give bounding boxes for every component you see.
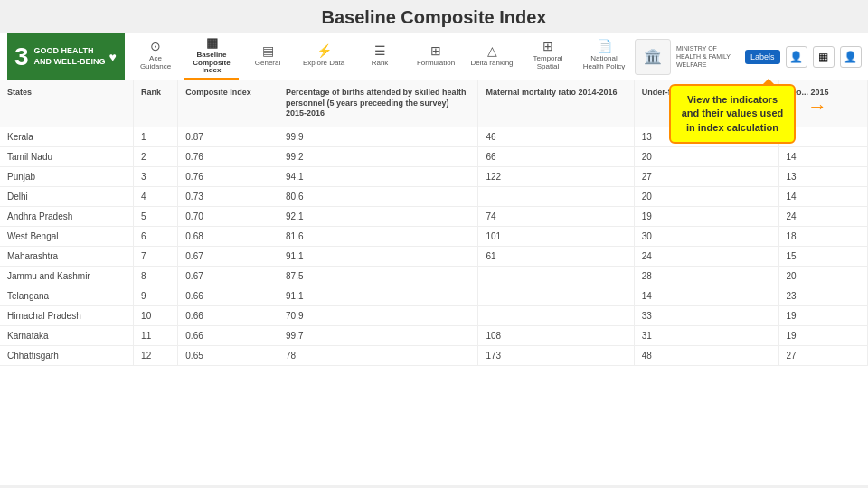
cell-mmr (478, 187, 634, 207)
nav-item-baseline[interactable]: ▦ Baseline Composite Index (184, 33, 239, 80)
cell-rank: 2 (134, 147, 178, 167)
nav-item-rank[interactable]: ☰ Rank (353, 33, 407, 80)
cell-state: Delhi (0, 187, 134, 207)
cell-rank: 7 (134, 247, 178, 267)
cell-pct: 81.6 (278, 227, 478, 247)
cell-neo: 14 (778, 187, 867, 207)
cell-neo: 23 (778, 286, 867, 306)
nav-item-ace[interactable]: ⊙ Ace Guidance (128, 33, 183, 80)
col-header-pct: Percentage of births attended by skilled… (278, 80, 478, 127)
cell-mmr: 173 (478, 346, 634, 366)
table-row: Karnataka 11 0.66 99.7 108 31 19 (0, 326, 868, 346)
nav-item-temporal[interactable]: ⊞ Temporal Spatial (521, 33, 575, 80)
cell-u5mr: 48 (634, 346, 778, 366)
main-container: 3 GOOD HEALTHAND WELL-BEING ♥ ⊙ Ace Guid… (0, 33, 868, 485)
col-header-index: Composite Index (178, 80, 278, 127)
cell-pct: 91.1 (278, 286, 478, 306)
col-header-mmr: Maternal mortality ratio 2014-2016 (478, 80, 634, 127)
person-icon-btn[interactable]: 👤 (840, 46, 862, 68)
nav-label-general: General (255, 60, 280, 68)
cell-mmr (478, 286, 634, 306)
table-row: Maharashtra 7 0.67 91.1 61 24 15 (0, 247, 868, 267)
cell-index: 0.76 (178, 167, 278, 187)
nav-item-general[interactable]: ▤ General (241, 33, 295, 80)
cell-u5mr: 14 (634, 286, 778, 306)
grid-icon-btn[interactable]: ▦ (813, 46, 835, 68)
cell-pct: 99.9 (278, 127, 478, 147)
cell-pct: 91.1 (278, 247, 478, 267)
ministry-logo: 🏛️ (635, 39, 671, 75)
formulation-icon: ⊞ (430, 43, 441, 58)
nav-label-temporal: Temporal Spatial (526, 55, 570, 71)
nav-label-formulation: Formulation (417, 60, 455, 68)
nav-item-policy[interactable]: 📄 National Health Policy (577, 33, 631, 80)
cell-neo: 19 (778, 326, 867, 346)
cell-index: 0.87 (178, 127, 278, 147)
labels-button[interactable]: Labels (745, 50, 780, 64)
ministry-text: MINISTRY OF HEALTH & FAMILY WELFARE (676, 44, 740, 69)
cell-index: 0.66 (178, 306, 278, 326)
cell-u5mr: 28 (634, 267, 778, 286)
cell-index: 0.65 (178, 346, 278, 366)
nav-item-explore[interactable]: ⚡ Explore Data (297, 33, 351, 80)
cell-state: Himachal Pradesh (0, 306, 134, 326)
tooltip-bubble: View the indicators and their values use… (669, 84, 796, 144)
cell-state: Andhra Pradesh (0, 207, 134, 227)
cell-pct: 80.6 (278, 187, 478, 207)
cell-neo: 14 (778, 147, 867, 167)
cell-index: 0.67 (178, 267, 278, 286)
cell-pct: 94.1 (278, 167, 478, 187)
cell-neo: 18 (778, 227, 867, 247)
cell-u5mr: 31 (634, 326, 778, 346)
cell-mmr (478, 306, 634, 326)
cell-rank: 11 (134, 326, 178, 346)
cell-rank: 4 (134, 187, 178, 207)
rank-icon: ☰ (374, 43, 386, 58)
ace-icon: ⊙ (150, 39, 161, 53)
cell-state: Karnataka (0, 326, 134, 346)
cell-index: 0.66 (178, 286, 278, 306)
cell-state: West Bengal (0, 227, 134, 247)
cell-pct: 87.5 (278, 267, 478, 286)
cell-pct: 92.1 (278, 207, 478, 227)
policy-icon: 📄 (597, 39, 612, 53)
cell-mmr: 46 (478, 127, 634, 147)
cell-mmr: 101 (478, 227, 634, 247)
cell-index: 0.68 (178, 227, 278, 247)
nav-item-delta[interactable]: △ Delta ranking (465, 33, 519, 80)
logo-number: 3 (14, 42, 29, 71)
cell-u5mr: 20 (634, 187, 778, 207)
cell-u5mr: 33 (634, 306, 778, 326)
general-icon: ▤ (262, 43, 274, 58)
cell-u5mr: 27 (634, 167, 778, 187)
table-row: Tamil Nadu 2 0.76 99.2 66 20 14 (0, 147, 868, 167)
page-title: Baseline Composite Index (0, 0, 868, 33)
cell-index: 0.67 (178, 247, 278, 267)
cell-pct: 70.9 (278, 306, 478, 326)
cell-index: 0.66 (178, 326, 278, 346)
table-row: Jammu and Kashmir 8 0.67 87.5 28 20 (0, 267, 868, 286)
baseline-icon: ▦ (206, 35, 218, 50)
cell-state: Maharashtra (0, 247, 134, 267)
nav-label-delta: Delta ranking (470, 60, 513, 68)
table-row: Andhra Pradesh 5 0.70 92.1 74 19 24 (0, 207, 868, 227)
cell-rank: 8 (134, 267, 178, 286)
cell-rank: 3 (134, 167, 178, 187)
nav-label-rank: Rank (372, 60, 389, 68)
nav-item-formulation[interactable]: ⊞ Formulation (409, 33, 463, 80)
cell-state: Telangana (0, 286, 134, 306)
top-bar: 3 GOOD HEALTHAND WELL-BEING ♥ ⊙ Ace Guid… (0, 33, 868, 80)
cell-u5mr: 30 (634, 227, 778, 247)
cell-u5mr: 20 (634, 147, 778, 167)
cell-pct: 99.2 (278, 147, 478, 167)
user-icon-btn[interactable]: 👤 (786, 46, 807, 68)
nav-label-policy: National Health Policy (582, 55, 626, 71)
cell-pct: 78 (278, 346, 478, 366)
col-header-states: States (0, 80, 134, 127)
logo-text: GOOD HEALTHAND WELL-BEING (34, 46, 106, 67)
table-row: Himachal Pradesh 10 0.66 70.9 33 19 (0, 306, 868, 326)
cell-neo: 15 (778, 247, 867, 267)
cell-state: Chhattisgarh (0, 346, 134, 366)
right-area: 🏛️ MINISTRY OF HEALTH & FAMILY WELFARE L… (635, 39, 868, 75)
cell-index: 0.73 (178, 187, 278, 207)
